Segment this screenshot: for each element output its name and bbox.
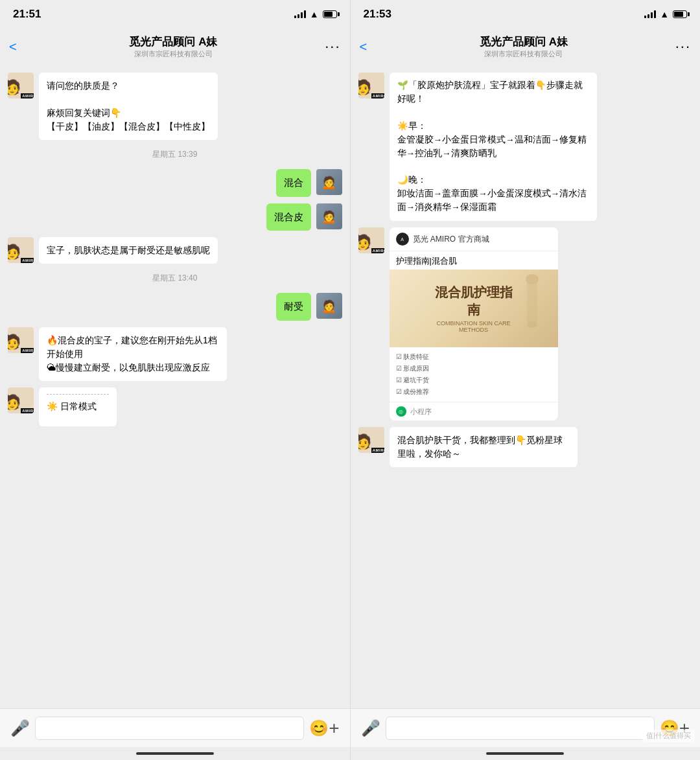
left-header-title: 觅光产品顾问 A妹	[27, 34, 320, 49]
msg-row: 🙍 耐受	[8, 293, 342, 321]
left-more-button[interactable]: ···	[325, 38, 340, 55]
message-bubble: 混合	[276, 169, 311, 197]
avatar: 🧑 AMIRO	[8, 73, 34, 98]
right-signal-icon	[644, 10, 656, 18]
right-back-button[interactable]: <	[360, 37, 373, 57]
svg-rect-1	[527, 279, 537, 325]
message-input[interactable]	[35, 717, 304, 740]
product-card-logo: A	[396, 233, 409, 246]
watermark: 值|什么值得买	[642, 730, 695, 742]
msg-row: 🧑 AMIRO ☀️ 日常模式	[8, 387, 342, 426]
product-card-img-sub: COMBINATION SKIN CARE METHODS	[432, 320, 516, 333]
product-card-footer: ◎ 小程序	[390, 402, 558, 420]
time-divider: 星期五 13:40	[8, 270, 342, 286]
msg-row: 🙍 混合	[8, 169, 342, 197]
left-chat-area: 🧑 AMIRO 请问您的肤质是？ 麻烦回复关键词👇 【干皮】【油皮】【混合皮】【…	[0, 65, 350, 708]
msg-row: 🧑 AMIRO 混合肌护肤干货，我都整理到👇觅粉星球里啦，发你哈～	[358, 427, 693, 467]
right-header-subtitle: 深圳市宗匠科技有限公司	[377, 49, 670, 59]
product-card-img-main: 混合肌护理指南	[432, 284, 516, 319]
product-card-name: 觅光 AMIRO 官方商城	[413, 234, 489, 245]
left-phone-panel: 21:51 ▲ < 觅光产品顾问 A妹 深圳市宗匠科技有限公司 ···	[0, 0, 350, 760]
left-header-title-area: 觅光产品顾问 A妹 深圳市宗匠科技有限公司	[27, 34, 320, 59]
mini-program-label: 小程序	[410, 407, 432, 417]
message-bubble: 耐受	[276, 293, 311, 321]
left-battery-icon	[323, 10, 337, 18]
left-time: 21:51	[13, 8, 41, 21]
product-card-title: 护理指南|混合肌	[390, 251, 558, 270]
right-header-title-area: 觅光产品顾问 A妹 深圳市宗匠科技有限公司	[377, 34, 670, 59]
right-header-title: 觅光产品顾问 A妹	[377, 34, 670, 49]
right-message-input[interactable]	[386, 717, 655, 740]
avatar: 🧑 AMIRO	[358, 73, 384, 98]
product-card-header: A 觅光 AMIRO 官方商城	[390, 227, 558, 251]
voice-button[interactable]: 🎤	[10, 719, 30, 737]
right-phone-panel: 21:53 ▲ < 觅光产品顾问 A妹 深圳市宗匠科技有限公司 ···	[351, 0, 701, 760]
avatar: 🙍	[316, 169, 342, 195]
msg-row: 🧑 AMIRO 请问您的肤质是？ 麻烦回复关键词👇 【干皮】【油皮】【混合皮】【…	[8, 73, 342, 140]
left-header-subtitle: 深圳市宗匠科技有限公司	[27, 49, 320, 59]
message-bubble: 宝子，肌肤状态是属于耐受还是敏感肌呢	[39, 237, 218, 264]
right-wifi-icon: ▲	[660, 9, 669, 19]
avatar: 🧑 AMIRO	[8, 237, 34, 263]
svg-point-2	[527, 321, 537, 328]
emoji-button[interactable]: 😊	[309, 719, 329, 737]
message-bubble: 🌱「胶原炮护肤流程」宝子就跟着👇步骤走就好呢！ ☀️早： 金管凝胶→小金蛋日常模…	[390, 73, 597, 221]
left-signal-icon	[294, 10, 306, 18]
mini-program-icon: ◎	[396, 406, 406, 417]
message-bubble: 混合皮	[266, 203, 311, 231]
left-chat-header: < 觅光产品顾问 A妹 深圳市宗匠科技有限公司 ···	[0, 29, 350, 65]
avatar: 🧑 AMIRO	[358, 227, 384, 253]
msg-row: 🧑 AMIRO 宝子，肌肤状态是属于耐受还是敏感肌呢	[8, 237, 342, 264]
msg-row: 🧑 AMIRO 🔥混合皮的宝子，建议您在刚开始先从1档开始使用 🌥慢慢建立耐受，…	[8, 327, 342, 381]
right-home-indicator	[351, 747, 701, 760]
message-bubble: ☀️ 日常模式	[39, 387, 117, 426]
avatar: 🧑 AMIRO	[8, 327, 34, 353]
product-card-checklist: ☑ 肤质特征 ☑ 形成原因 ☑ 避坑干货 ☑ 成份推荐	[390, 347, 558, 402]
avatar: 🧑 AMIRO	[8, 387, 34, 413]
message-bubble: 请问您的肤质是？ 麻烦回复关键词👇 【干皮】【油皮】【混合皮】【中性皮】	[39, 73, 218, 140]
left-status-icons: ▲	[294, 9, 337, 19]
right-more-button[interactable]: ···	[675, 38, 691, 55]
product-card[interactable]: A 觅光 AMIRO 官方商城 护理指南|混合肌 混合肌护理指南 COMBINA…	[390, 227, 558, 420]
time-divider: 星期五 13:39	[8, 146, 342, 163]
left-bottom-bar: 🎤 😊 +	[0, 708, 350, 747]
right-battery-icon	[673, 10, 687, 18]
right-voice-button[interactable]: 🎤	[361, 719, 380, 737]
left-wifi-icon: ▲	[310, 9, 319, 19]
add-button[interactable]: +	[329, 718, 339, 739]
right-time: 21:53	[364, 8, 391, 21]
msg-row: 🙍 混合皮	[8, 203, 342, 231]
avatar: 🧑 AMIRO	[358, 427, 384, 453]
product-card-image: 混合肌护理指南 COMBINATION SKIN CARE METHODS	[390, 270, 558, 347]
left-status-bar: 21:51 ▲	[0, 0, 350, 29]
product-bottle-icon	[513, 273, 552, 338]
right-status-icons: ▲	[644, 9, 687, 19]
right-status-bar: 21:53 ▲	[351, 0, 701, 29]
message-bubble: 🔥混合皮的宝子，建议您在刚开始先从1档开始使用 🌥慢慢建立耐受，以免肌肤出现应激…	[39, 327, 227, 381]
msg-row: 🧑 AMIRO 🌱「胶原炮护肤流程」宝子就跟着👇步骤走就好呢！ ☀️早： 金管凝…	[358, 73, 693, 221]
avatar: 🙍	[316, 203, 342, 229]
right-chat-area: 🧑 AMIRO 🌱「胶原炮护肤流程」宝子就跟着👇步骤走就好呢！ ☀️早： 金管凝…	[351, 65, 701, 708]
left-home-indicator	[0, 747, 350, 760]
avatar: 🙍	[316, 293, 342, 319]
right-chat-header: < 觅光产品顾问 A妹 深圳市宗匠科技有限公司 ···	[351, 29, 701, 65]
left-back-button[interactable]: <	[9, 37, 22, 57]
message-bubble: 混合肌护肤干货，我都整理到👇觅粉星球里啦，发你哈～	[390, 427, 578, 467]
msg-row: 🧑 AMIRO A 觅光 AMIRO 官方商城 护理指南|混合肌	[358, 227, 693, 420]
